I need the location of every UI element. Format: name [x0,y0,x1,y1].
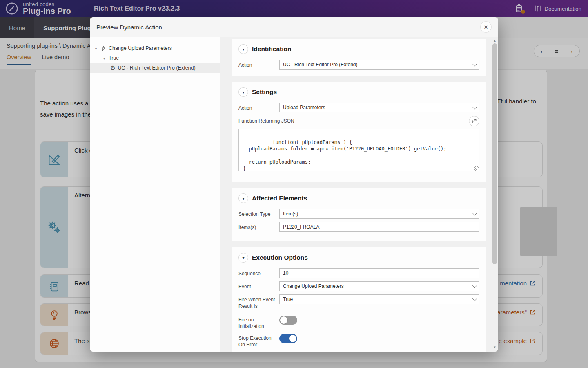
items-label: Items(s) [238,222,279,231]
tree-node-label: Change Upload Parameters [109,45,172,51]
caret-down-icon: ▾ [94,46,98,51]
tree-node-event[interactable]: ▾ Change Upload Parameters [90,43,220,53]
select-value: Item(s) [283,211,298,217]
settings-action-select[interactable]: Upload Parameters [279,103,479,112]
caret-down-icon: ▾ [242,196,244,201]
collapse-button[interactable]: ▾ [238,193,248,203]
stop-execution-on-error-label: Stop Execution On Error [238,333,279,348]
chevron-down-icon [472,105,477,109]
code-text: function( pUploadParams ) { pUploadParam… [243,139,447,171]
collapse-button[interactable]: ▾ [238,253,248,263]
scroll-up-icon: ▲ [493,39,497,43]
dialog-title: Preview Dynamic Action [96,24,162,31]
fire-on-initialization-toggle[interactable] [279,316,297,325]
caret-down-icon: ▾ [242,47,244,52]
tree-node-condition[interactable]: ▾ True [90,53,220,63]
select-value: Upload Parameters [283,105,325,110]
open-editor-icon [472,119,477,124]
dynamic-action-tree: ▾ Change Upload Parameters ▾ True ⚙ UC -… [90,37,220,352]
open-code-editor-button[interactable] [469,116,479,126]
event-label: Event [238,281,279,290]
scroll-down-button[interactable]: ▼ [492,344,497,350]
chevron-down-icon [472,62,477,66]
caret-down-icon: ▾ [242,90,244,94]
scrollbar-thumb[interactable] [492,43,497,264]
preview-dynamic-action-dialog: Preview Dynamic Action ✕ ▾ Change Upload… [90,17,498,352]
selection-type-select[interactable]: Item(s) [279,209,479,219]
dialog-header: Preview Dynamic Action ✕ [90,17,498,37]
dialog-close-button[interactable]: ✕ [480,21,492,33]
collapse-button[interactable]: ▾ [238,44,248,54]
caret-down-icon: ▾ [102,56,106,61]
dialog-scrollbar[interactable]: ▲ ▼ [492,37,497,352]
fire-on-initialization-label: Fire on Initialization [238,314,279,330]
close-icon: ✕ [484,24,488,30]
collapse-button[interactable]: ▾ [238,87,248,97]
dialog-content: ▾ Identification Action UC - Rich Text E… [232,37,486,352]
chevron-down-icon [472,211,477,215]
sequence-input[interactable] [279,268,479,278]
select-value: True [283,296,293,302]
function-code-editor[interactable]: function( pUploadParams ) { pUploadParam… [238,129,479,171]
stop-execution-on-error-toggle[interactable] [279,334,297,343]
scroll-down-icon: ▼ [493,346,497,349]
tree-node-label: UC - Rich Text Editor Pro (Extend) [118,65,196,71]
section-identification: ▾ Identification Action UC - Rich Text E… [232,39,486,76]
chevron-down-icon [472,296,477,301]
section-title: Affected Elements [252,195,307,202]
section-execution-options: ▾ Execution Options Sequence Event Chang… [232,247,486,352]
items-input[interactable] [279,222,479,232]
sequence-label: Sequence [238,268,279,277]
tree-node-action[interactable]: ⚙ UC - Rich Text Editor Pro (Extend) [90,63,220,73]
fire-when-select[interactable]: True [279,294,479,304]
chevron-down-icon [472,283,477,288]
action-label: Action [238,60,279,68]
section-title: Settings [252,88,277,96]
select-value: Change Upload Parameters [283,283,344,289]
function-returning-json-label: Function Returning JSON [238,118,294,124]
page-root: united codes Plug-ins Pro Rich Text Edit… [0,0,588,368]
fire-when-label: Fire When Event Result Is [238,294,279,310]
selection-type-label: Selection Type [238,209,279,218]
section-settings: ▾ Settings Action Upload Parameters Func… [232,82,486,182]
caret-down-icon: ▾ [242,256,244,260]
resize-handle[interactable] [474,166,479,171]
section-title: Execution Options [252,254,308,261]
toggle-knob [289,335,296,342]
action-label: Action [238,103,279,111]
identification-action-select[interactable]: UC - Rich Text Editor Pro (Extend) [279,60,479,70]
lightning-icon [100,45,106,51]
select-value: UC - Rich Text Editor Pro (Extend) [283,62,358,67]
toggle-knob [280,316,287,324]
section-affected-elements: ▾ Affected Elements Selection Type Item(… [232,188,486,241]
gear-icon: ⚙ [110,65,116,71]
event-select[interactable]: Change Upload Parameters [279,281,479,291]
tree-node-label: True [109,55,119,61]
scroll-up-button[interactable]: ▲ [492,38,497,43]
section-title: Identification [252,45,291,53]
